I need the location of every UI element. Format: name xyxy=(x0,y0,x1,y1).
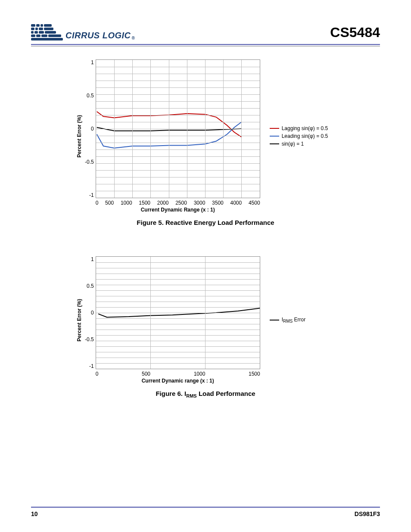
page: CIRRUS LOGIC® CS5484 Percent Error (%) 1… xyxy=(0,0,411,532)
plot-area xyxy=(96,256,260,369)
figure-6-caption: Figure 6. IRMS Load Performance xyxy=(31,390,380,398)
legend-swatch-icon xyxy=(270,143,279,144)
legend-item: Lagging sin(φ) = 0.5 xyxy=(270,125,328,131)
legend-item: sin(φ) = 1 xyxy=(270,141,328,147)
x-axis-ticks: 0 500 1000 1500 xyxy=(96,371,260,377)
figure-5-caption: Figure 5. Reactive Energy Load Performan… xyxy=(31,219,380,226)
chart-legend: Lagging sin(φ) = 0.5 Leading sin(φ) = 0.… xyxy=(270,124,328,149)
x-axis-label: Current Dynamic Range (x : 1) xyxy=(96,207,260,213)
part-number: CS5484 xyxy=(330,25,380,40)
footer-rule xyxy=(31,507,380,508)
legend-swatch-icon xyxy=(270,136,279,137)
logo-bars-icon xyxy=(31,24,63,40)
header-rule-thick xyxy=(31,44,380,45)
legend-swatch-icon xyxy=(270,128,279,129)
plot-area xyxy=(96,59,260,198)
chart-legend: IRMS Error xyxy=(270,315,306,325)
document-id: DS981F3 xyxy=(355,510,380,517)
header-rule-thin xyxy=(31,46,380,47)
y-axis-label: Percent Error (%) xyxy=(76,115,82,158)
chart-reactive-energy: Percent Error (%) 1 0.5 0 -0.5 -1 0 500 … xyxy=(76,59,335,213)
chart-irms: Percent Error (%) 1 0.5 0 -0.5 -1 0 500 … xyxy=(76,256,335,384)
x-axis-label: Current Dynamic range (x : 1) xyxy=(96,378,260,384)
company-logo: CIRRUS LOGIC® xyxy=(31,24,135,40)
legend-item: Leading sin(φ) = 0.5 xyxy=(270,133,328,139)
registered-icon: ® xyxy=(132,36,135,40)
page-footer: 10 DS981F3 xyxy=(31,507,380,517)
legend-item: IRMS Error xyxy=(270,317,306,324)
y-axis-label: Percent Error (%) xyxy=(76,299,82,342)
page-number: 10 xyxy=(31,510,38,517)
page-header: CIRRUS LOGIC® CS5484 xyxy=(31,24,380,40)
x-axis-ticks: 0 500 1000 1500 2000 2500 3000 3500 4000… xyxy=(96,200,260,206)
y-axis-ticks: 1 0.5 0 -0.5 -1 xyxy=(85,59,96,198)
y-axis-ticks: 1 0.5 0 -0.5 -1 xyxy=(85,256,96,369)
logo-text: CIRRUS LOGIC xyxy=(65,31,131,40)
legend-swatch-icon xyxy=(270,320,279,320)
